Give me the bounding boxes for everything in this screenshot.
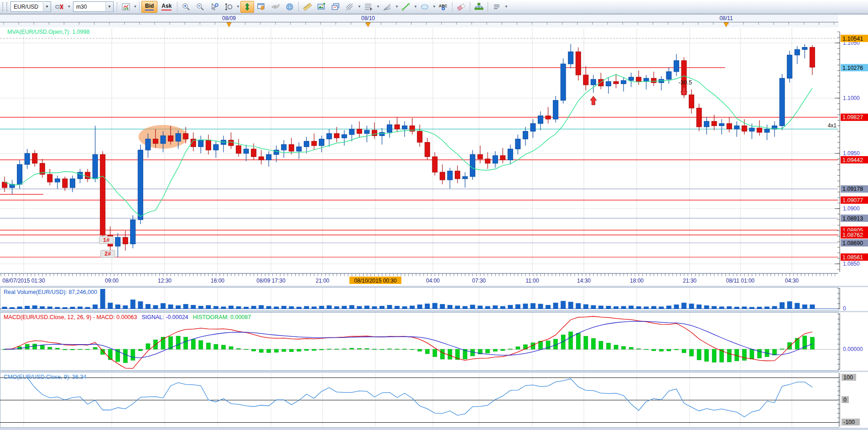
- candle: [478, 154, 483, 159]
- volume-panel[interactable]: 0: [0, 287, 868, 311]
- volume-indicator-label: Real Volume(EUR/USD): 87,246,000: [4, 289, 97, 295]
- fibonacci-button[interactable]: F: [362, 1, 375, 13]
- text-tool-icon: ABC: [438, 3, 448, 11]
- chart-type-dropdown-arrow[interactable]: ▼: [133, 1, 137, 12]
- candle: [357, 129, 362, 134]
- date-axis[interactable]: 08/0908/1008/11: [0, 14, 868, 27]
- candle: [742, 126, 747, 131]
- candle: [296, 147, 301, 151]
- svg-text:08/10/2015 00:30: 08/10/2015 00:30: [354, 278, 397, 284]
- unlink-button[interactable]: [53, 1, 67, 13]
- candle: [17, 164, 22, 184]
- candle: [440, 172, 445, 180]
- time-tick-label: 08/09 17:30: [256, 278, 286, 284]
- chart-windows-button[interactable]: [329, 1, 343, 13]
- candle: [70, 179, 75, 188]
- menu-icon: [493, 3, 500, 11]
- candle: [515, 139, 520, 149]
- svg-text:1.10276: 1.10276: [842, 65, 863, 71]
- macd-panel[interactable]: 0.00000: [0, 312, 868, 371]
- candle: [455, 171, 460, 179]
- chevron-down-icon[interactable]: ▼: [43, 2, 51, 11]
- macd-signal-value: SIGNAL: -0.00024: [141, 314, 188, 320]
- candle: [508, 149, 513, 160]
- ellipse-dropdown-arrow[interactable]: ▼: [432, 1, 436, 12]
- candle: [312, 141, 317, 146]
- svg-text:2#: 2#: [104, 251, 111, 257]
- candle: [198, 140, 203, 147]
- time-tick-label: 12:30: [158, 278, 172, 284]
- candle: [266, 154, 271, 160]
- volume-axis-zero-label: 0: [843, 305, 846, 311]
- cmo-indicator-label: CMO(EUR/USD.Close, 9): 36.34: [4, 374, 86, 380]
- candle: [244, 149, 249, 153]
- pitchfork-dropdown-arrow[interactable]: ▼: [357, 1, 361, 12]
- hierarchy-icon: [474, 3, 483, 11]
- measure-zoom-button[interactable]: [222, 1, 235, 13]
- unlink-dropdown-arrow[interactable]: ▼: [67, 1, 71, 12]
- time-tick-label: 04:30: [785, 278, 799, 284]
- candle: [183, 133, 188, 139]
- time-axis[interactable]: 08/07/2015 01:3009:0012:3016:0008/09 17:…: [0, 273, 868, 286]
- bid-button[interactable]: Bid: [141, 1, 157, 13]
- globe-button[interactable]: [283, 1, 296, 13]
- text-tool-button[interactable]: ABC: [437, 1, 450, 13]
- timeframe-select[interactable]: m30 ▼: [73, 1, 114, 12]
- candle: [583, 75, 588, 85]
- chevron-down-icon[interactable]: ▼: [105, 2, 113, 11]
- time-tick-label: 11:00: [525, 278, 539, 284]
- candle: [561, 64, 566, 100]
- ruler-button[interactable]: [301, 1, 314, 13]
- svg-text:0: 0: [843, 397, 847, 403]
- zoom-cursor-button[interactable]: [208, 1, 221, 13]
- candle: [146, 139, 151, 150]
- macd-histogram-value: HISTOGRAM: 0.00087: [193, 314, 251, 320]
- fan-dropdown-arrow[interactable]: ▼: [395, 1, 399, 12]
- ask-button[interactable]: Ask: [158, 1, 175, 13]
- candle: [553, 100, 558, 119]
- candle: [432, 157, 437, 172]
- macd-axis-zero-label: 0.00000: [843, 346, 863, 352]
- add-image-button[interactable]: [315, 1, 328, 13]
- candle: [387, 125, 392, 132]
- symbol-select[interactable]: EUR/USD ▼: [10, 1, 51, 12]
- candle: [696, 108, 702, 127]
- candle: [93, 154, 98, 178]
- hierarchy-button[interactable]: [472, 1, 486, 13]
- candle: [591, 79, 596, 85]
- svg-text:1.09442: 1.09442: [842, 157, 863, 163]
- toolbar-separator: [139, 2, 140, 12]
- candle: [636, 77, 641, 82]
- fan-lines-button[interactable]: [380, 1, 394, 13]
- pitchfork-button[interactable]: [343, 1, 357, 13]
- trendline-button[interactable]: [399, 1, 413, 13]
- zoom-out-icon: [196, 3, 205, 11]
- candle: [138, 150, 143, 220]
- measure-dropdown-arrow[interactable]: ▼: [236, 1, 240, 12]
- toolbar-separator: [488, 2, 488, 12]
- cmo-panel[interactable]: 1000-100: [0, 372, 868, 428]
- price-tick-label: 1.1000: [843, 95, 860, 101]
- candle: [734, 126, 739, 129]
- zoom-out-button[interactable]: [193, 1, 207, 13]
- pan-window-button[interactable]: [255, 1, 268, 13]
- eye-button[interactable]: [269, 1, 282, 13]
- toolbar-grip[interactable]: [2, 2, 7, 11]
- candle: [530, 124, 535, 131]
- zoom-in-button[interactable]: [179, 1, 193, 13]
- trendline-dropdown-arrow[interactable]: ▼: [413, 1, 417, 12]
- eraser-button[interactable]: [454, 1, 468, 13]
- fibonacci-dropdown-arrow[interactable]: ▼: [376, 1, 380, 12]
- candle: [447, 171, 452, 180]
- fit-vertical-button[interactable]: [240, 1, 254, 13]
- candle: [342, 135, 347, 138]
- candle: [712, 121, 717, 126]
- main-price-chart[interactable]: 4x11#2#-30.51.10501.10001.09501.09001.08…: [0, 27, 868, 273]
- menu-button[interactable]: [490, 1, 504, 13]
- candle: [546, 116, 551, 119]
- menu-dropdown-arrow[interactable]: ▼: [504, 1, 508, 12]
- candle: [25, 153, 30, 164]
- candle: [236, 146, 241, 153]
- chart-type-button[interactable]: [119, 1, 133, 13]
- ellipse-tool-button[interactable]: [418, 1, 431, 13]
